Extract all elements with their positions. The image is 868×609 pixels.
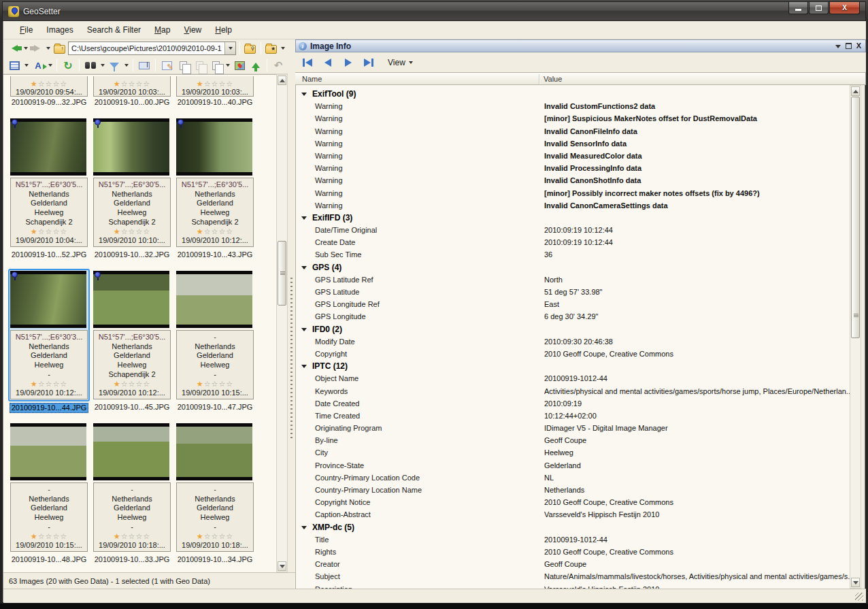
info-row[interactable]: By-lineGeoff Coupe <box>296 434 850 446</box>
thumbnail-box[interactable]: N51°57'...;E6°30'5...NetherlandsGelderla… <box>8 116 90 249</box>
thumbnail-cell[interactable]: N51°57'...;E6°30'3...NetherlandsGelderla… <box>9 269 89 413</box>
info-section-header[interactable]: IFD0 (2) <box>296 323 850 335</box>
forward-dropdown-icon[interactable] <box>46 47 50 50</box>
title-bar[interactable]: GeoSetter X <box>3 2 865 21</box>
maximize-button[interactable] <box>809 2 829 14</box>
thumbnail-cell[interactable]: N51°57'...;E6°30'5...NetherlandsGelderla… <box>92 116 172 261</box>
star-rating[interactable]: ★☆☆☆☆ <box>11 532 87 540</box>
collapse-triangle-icon[interactable] <box>301 526 307 529</box>
menu-item-file[interactable]: File <box>13 23 39 37</box>
thumbnail-box[interactable]: -NetherlandsGelderlandHeelweg-★☆☆☆☆19/09… <box>174 421 256 554</box>
thumbnail-box[interactable]: -NetherlandsGelderlandHeelweg-★☆☆☆☆19/09… <box>91 421 173 554</box>
sort-button[interactable]: A <box>31 59 45 72</box>
thumbnail-photo[interactable] <box>93 271 169 328</box>
info-row[interactable]: Date Created2010:09:19 <box>296 397 850 410</box>
info-row[interactable]: WarningInvalid CustomFunctions2 data <box>296 100 850 112</box>
close-button[interactable]: X <box>829 2 860 14</box>
thumbnail-cell[interactable]: -NetherlandsGelderlandHeelweg-★☆☆☆☆19/09… <box>175 269 255 413</box>
thumbnail-filename[interactable]: 20100919-10...40.JPG <box>178 98 253 108</box>
info-row[interactable]: Time Created10:12:44+02:00 <box>296 410 850 422</box>
value-column-header[interactable]: Value <box>544 75 562 83</box>
info-row[interactable]: SubjectNature/Animals/mammals/livestock/… <box>296 570 850 582</box>
next-image-button[interactable] <box>341 56 355 69</box>
info-section-header[interactable]: GPS (4) <box>296 261 850 274</box>
star-rating[interactable]: ★☆☆☆☆ <box>177 227 253 235</box>
panel-menu-dropdown-icon[interactable] <box>835 45 841 48</box>
info-row[interactable]: Country-Primary Location NameNetherlands <box>296 484 850 496</box>
menu-item-images[interactable]: Images <box>39 23 80 37</box>
column-separator[interactable] <box>539 74 539 84</box>
path-value[interactable]: C:\Users\gcoupe\Pictures\2010\09\2010-09… <box>69 44 224 52</box>
thumbnail-filename[interactable]: 20100919-10...45.JPG <box>95 403 170 413</box>
star-rating[interactable]: ★☆☆☆☆ <box>94 532 170 540</box>
scroll-down-button[interactable] <box>851 578 860 587</box>
star-rating[interactable]: ★☆☆☆☆ <box>177 380 253 388</box>
info-row[interactable]: Copyright Notice2010 Geoff Coupe, Creati… <box>296 496 850 508</box>
thumbnail-filename[interactable]: 20100919-10...33.JPG <box>95 555 170 565</box>
thumbnail-cell[interactable]: N51°57'...;E6°30'5...NetherlandsGelderla… <box>175 116 255 261</box>
back-dropdown-icon[interactable] <box>24 47 28 50</box>
previous-image-button[interactable] <box>321 56 335 69</box>
scroll-up-button[interactable] <box>278 76 286 85</box>
thumbnail-cell-partial[interactable]: ★☆☆☆☆19/09/2010 10:03:...20100919-10...0… <box>92 76 172 108</box>
forward-button[interactable] <box>30 42 44 55</box>
rename-button[interactable] <box>137 59 151 72</box>
view-mode-dropdown-icon[interactable] <box>24 64 29 67</box>
info-row[interactable]: CityHeelweg <box>296 446 850 459</box>
star-rating[interactable]: ★☆☆☆☆ <box>94 227 170 235</box>
info-row[interactable]: WarningInvalid MeasuredColor data <box>296 150 850 162</box>
search-dropdown-icon[interactable] <box>101 64 105 67</box>
scroll-up-button[interactable] <box>851 86 860 96</box>
thumbnail-cell-partial[interactable]: ★☆☆☆☆19/09/2010 10:03:...20100919-10...4… <box>175 76 255 108</box>
thumbnail-scrollbar[interactable] <box>276 74 288 572</box>
thumbnail-cell[interactable]: -NetherlandsGelderlandHeelweg-★☆☆☆☆19/09… <box>92 421 172 565</box>
thumbnail-photo[interactable] <box>10 423 86 480</box>
thumbnail-cell[interactable]: -NetherlandsGelderlandHeelweg-★☆☆☆☆19/09… <box>9 421 89 565</box>
show-on-map-button[interactable] <box>233 59 246 72</box>
info-row[interactable]: WarningInvalid ProcessingInfo data <box>296 162 850 174</box>
favorites-dropdown-icon[interactable] <box>281 47 285 50</box>
thumbnail-filename[interactable]: 20100919-09...32.JPG <box>12 98 87 108</box>
thumbnail-filename[interactable]: 20100919-10...34.JPG <box>178 555 253 565</box>
search-button[interactable] <box>84 59 97 72</box>
info-row[interactable]: Modify Date2010:09:30 20:46:38 <box>296 335 850 348</box>
thumbnail-filename[interactable]: 20100919-10...48.JPG <box>12 555 87 565</box>
minimize-button[interactable] <box>788 2 808 14</box>
star-rating[interactable]: ★☆☆☆☆ <box>114 80 150 88</box>
thumbnail-photo[interactable] <box>93 118 169 176</box>
info-row[interactable]: KeywordsActivities/physical and mental a… <box>296 385 850 397</box>
thumbnail-photo[interactable] <box>93 423 169 480</box>
info-row[interactable]: Sub Sec Time36 <box>296 248 850 261</box>
filter-button[interactable] <box>107 59 121 72</box>
thumbnail-box[interactable]: -NetherlandsGelderlandHeelweg-★☆☆☆☆19/09… <box>174 269 256 401</box>
path-dropdown-button[interactable] <box>224 42 235 54</box>
pane-splitter[interactable] <box>288 39 295 572</box>
menu-item-view[interactable]: View <box>177 23 208 37</box>
thumbnail-filename[interactable]: 20100919-10...00.JPG <box>95 98 170 108</box>
thumbnail-photo[interactable] <box>10 118 86 176</box>
thumbnail-selected-box[interactable]: N51°57'...;E6°30'3...NetherlandsGelderla… <box>8 269 90 401</box>
star-rating[interactable]: ★☆☆☆☆ <box>197 80 233 88</box>
collapse-triangle-icon[interactable] <box>301 266 307 269</box>
menu-item-search-filter[interactable]: Search & Filter <box>80 23 148 37</box>
menu-item-help[interactable]: Help <box>208 23 239 37</box>
thumbnail-photo[interactable] <box>176 423 252 480</box>
star-rating[interactable]: ★☆☆☆☆ <box>11 380 87 388</box>
scrollbar-thumb[interactable] <box>278 241 286 306</box>
info-row[interactable]: Create Date2010:09:19 10:12:44 <box>296 236 850 248</box>
info-row[interactable]: WarningInvalid CanonCameraSettings data <box>296 199 850 212</box>
collapse-triangle-icon[interactable] <box>301 93 307 96</box>
thumbnail-box[interactable]: N51°57'...;E6°30'5...NetherlandsGelderla… <box>91 269 173 401</box>
star-rating[interactable]: ★☆☆☆☆ <box>94 380 170 388</box>
info-section-header[interactable]: XMP-dc (5) <box>296 521 850 533</box>
thumbnail-box[interactable]: N51°57'...;E6°30'5...NetherlandsGelderla… <box>174 116 256 249</box>
folder-up-button[interactable]: ↑ <box>52 42 66 55</box>
info-row[interactable]: WarningInvalid SensorInfo data <box>296 137 850 150</box>
info-row[interactable]: WarningInvalid CanonFileInfo data <box>296 125 850 137</box>
collapse-triangle-icon[interactable] <box>301 365 307 368</box>
export-button[interactable] <box>249 59 263 72</box>
info-row[interactable]: Warning[minor] Possibly incorrect maker … <box>296 187 850 199</box>
thumbnail-box[interactable]: N51°57'...;E6°30'5...NetherlandsGelderla… <box>91 116 173 249</box>
info-row[interactable]: GPS Latitude51 deg 57' 33.98" <box>296 286 850 298</box>
star-rating[interactable]: ★☆☆☆☆ <box>11 227 87 235</box>
